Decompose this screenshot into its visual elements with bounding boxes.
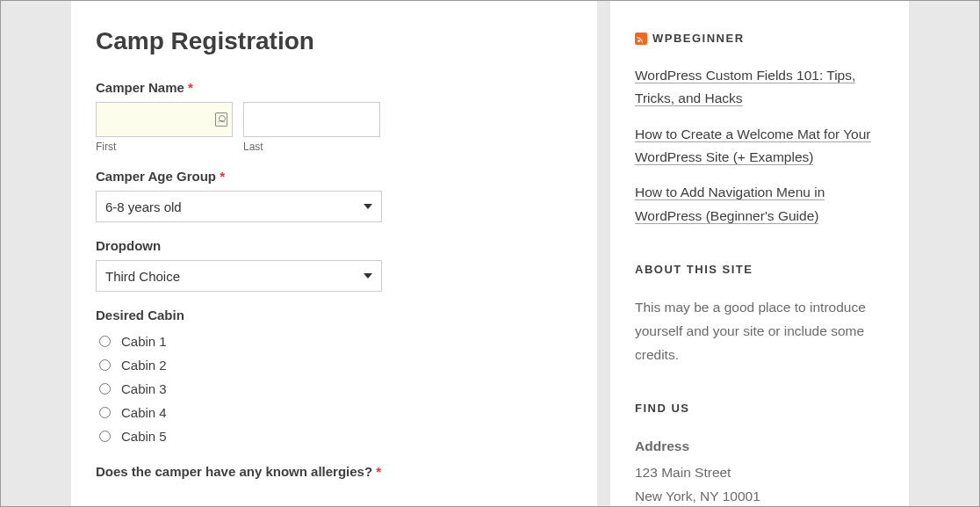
rss-list-item: WordPress Custom Fields 101: Tips, Trick…: [635, 64, 884, 111]
cabin-radio-1[interactable]: [99, 336, 111, 347]
cabin-radio-item: Cabin 3: [96, 377, 573, 401]
camper-name-label: Camper Name *: [96, 80, 573, 95]
rss-link[interactable]: WordPress Custom Fields 101: Tips, Trick…: [635, 68, 855, 106]
main-content: Camp Registration Camper Name * First La…: [71, 1, 597, 506]
widget-about: ABOUT THIS SITE This may be a good place…: [635, 263, 884, 366]
widget-rss: WPBEGINNER WordPress Custom Fields 101: …: [635, 32, 884, 228]
rss-widget-title-text[interactable]: WPBEGINNER: [652, 32, 745, 45]
address-line1: 123 Main Street: [635, 465, 731, 480]
age-group-select[interactable]: 6-8 years old: [96, 191, 382, 222]
cabin-radio-label[interactable]: Cabin 5: [121, 429, 167, 444]
rss-list-item: How to Create a Welcome Mat for Your Wor…: [635, 123, 884, 170]
cabin-radio-3[interactable]: [99, 383, 111, 395]
required-marker: *: [188, 80, 193, 95]
cabin-radio-4[interactable]: [99, 407, 111, 418]
rss-widget-title: WPBEGINNER: [635, 32, 884, 45]
cabin-radio-label[interactable]: Cabin 4: [121, 405, 167, 420]
last-name-input[interactable]: [243, 102, 380, 137]
dropdown-label: Dropdown: [96, 238, 573, 253]
required-marker: *: [376, 464, 381, 479]
first-name-sublabel: First: [96, 141, 233, 153]
cabin-radio-item: Cabin 5: [96, 424, 573, 448]
field-cabin: Desired Cabin Cabin 1 Cabin 2 Cabin 3 Ca…: [96, 308, 573, 448]
age-group-label-text: Camper Age Group: [96, 169, 216, 184]
cabin-radio-label[interactable]: Cabin 2: [121, 358, 167, 373]
rss-link[interactable]: How to Create a Welcome Mat for Your Wor…: [635, 127, 871, 165]
autofill-person-icon: [215, 112, 227, 127]
rss-list: WordPress Custom Fields 101: Tips, Trick…: [635, 64, 884, 228]
cabin-radio-5[interactable]: [99, 431, 111, 442]
field-allergies: Does the camper have any known allergies…: [96, 464, 573, 479]
cabin-radio-label[interactable]: Cabin 1: [121, 334, 167, 349]
field-age-group: Camper Age Group * 6-8 years old: [96, 169, 573, 222]
rss-link[interactable]: How to Add Navigation Menu in WordPress …: [635, 185, 825, 223]
allergies-label-text: Does the camper have any known allergies…: [96, 464, 372, 479]
field-dropdown: Dropdown Third Choice: [96, 238, 573, 292]
cabin-radio-label[interactable]: Cabin 3: [121, 381, 167, 396]
findus-address: Address 123 Main Street New York, NY 100…: [635, 434, 884, 507]
camper-name-label-text: Camper Name: [96, 80, 184, 95]
cabin-radio-item: Cabin 1: [96, 330, 573, 353]
first-name-input[interactable]: [96, 102, 233, 137]
field-camper-name: Camper Name * First Last: [96, 80, 573, 153]
last-name-sublabel: Last: [243, 141, 380, 153]
cabin-label: Desired Cabin: [96, 308, 573, 322]
about-widget-text: This may be a good place to introduce yo…: [635, 295, 884, 366]
cabin-radio-2[interactable]: [99, 359, 111, 371]
required-marker: *: [220, 169, 225, 184]
sidebar: WPBEGINNER WordPress Custom Fields 101: …: [610, 1, 909, 506]
cabin-radio-item: Cabin 4: [96, 401, 573, 424]
address-line2: New York, NY 10001: [635, 489, 760, 503]
dropdown-select[interactable]: Third Choice: [96, 260, 382, 292]
rss-list-item: How to Add Navigation Menu in WordPress …: [635, 181, 884, 228]
cabin-radio-list: Cabin 1 Cabin 2 Cabin 3 Cabin 4 Cabin 5: [96, 330, 573, 448]
age-group-label: Camper Age Group *: [96, 169, 573, 184]
rss-icon[interactable]: [635, 33, 647, 45]
address-label: Address: [635, 434, 884, 458]
cabin-radio-item: Cabin 2: [96, 353, 573, 377]
allergies-label: Does the camper have any known allergies…: [96, 464, 573, 479]
page-title: Camp Registration: [96, 27, 573, 55]
widget-findus: FIND US Address 123 Main Street New York…: [635, 402, 884, 507]
about-widget-title: ABOUT THIS SITE: [635, 263, 884, 276]
findus-widget-title: FIND US: [635, 402, 884, 415]
